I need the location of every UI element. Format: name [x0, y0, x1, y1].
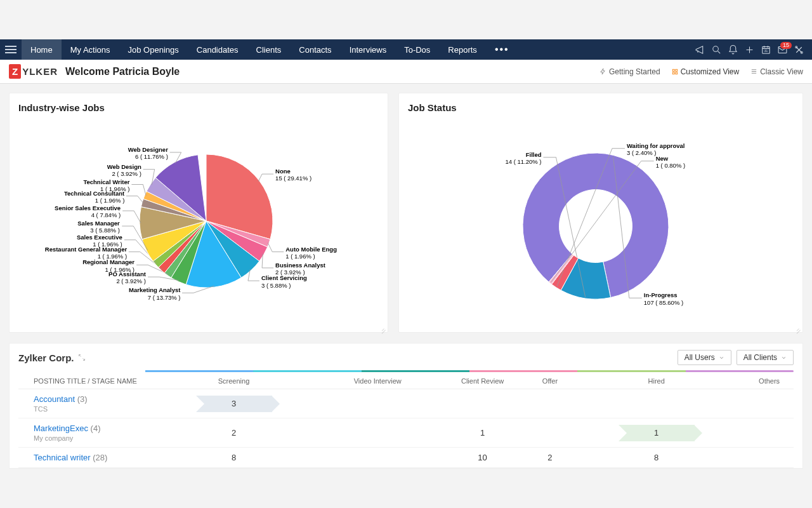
col-header-posting: POSTING TITLE / STAGE NAME: [18, 373, 145, 389]
stage-cell[interactable]: [322, 418, 433, 448]
table-row: Accountant (3)TCS3: [18, 389, 794, 418]
chart-label: None15 ( 29.41% ): [275, 168, 311, 182]
chart-label: Technical Writer1 ( 1.96% ): [83, 178, 129, 193]
svg-rect-6: [672, 69, 674, 71]
brand-mark: Z: [9, 64, 21, 79]
resize-handle[interactable]: [794, 324, 801, 330]
stage-cell[interactable]: [745, 448, 794, 468]
nav-item-reports[interactable]: Reports: [439, 39, 486, 60]
stage-cell[interactable]: [532, 418, 568, 448]
filter-users-label: All Users: [684, 353, 715, 362]
stage-cell[interactable]: 2: [145, 418, 322, 448]
filter-clients-dropdown[interactable]: All Clients: [737, 350, 794, 365]
chart-label: Web Designer6 ( 11.76% ): [128, 146, 168, 161]
col-header-stage[interactable]: Video Interview: [322, 373, 433, 389]
content: Industry-wise Jobs None15 ( 29.41% )Auto…: [0, 84, 812, 478]
job-link[interactable]: Technical writer: [34, 453, 91, 462]
status-donut-chart: In-Progress107 ( 85.60% )Filled14 ( 11.2…: [408, 119, 794, 329]
pipeline-card: Zylker Corp. All Users All Clients POSTI…: [9, 343, 803, 469]
col-header-stage[interactable]: Client Review: [433, 373, 532, 389]
chart-label: Sales Manager3 ( 5.88% ): [77, 220, 120, 234]
expand-icon[interactable]: [78, 354, 86, 361]
chart-label: Regional Manager1 ( 1.96% ): [82, 258, 134, 273]
stage-cell[interactable]: 1: [568, 418, 745, 448]
svg-point-0: [712, 46, 718, 51]
stage-cell[interactable]: 1: [433, 418, 532, 448]
getting-started-link[interactable]: Getting Started: [599, 67, 660, 76]
resize-handle[interactable]: [379, 324, 386, 330]
nav-item-my-actions[interactable]: My Actions: [62, 39, 119, 60]
job-company: My company: [34, 434, 145, 442]
nav-item-to-dos[interactable]: To-Dos: [395, 39, 439, 60]
nav-item-home[interactable]: Home: [22, 39, 62, 60]
stage-cell[interactable]: [745, 418, 794, 448]
stage-cell[interactable]: 8: [145, 448, 322, 468]
col-header-stage[interactable]: Others: [745, 373, 794, 389]
announce-icon[interactable]: [691, 44, 708, 55]
table-row: MarketingExec (4)My company211: [18, 418, 794, 448]
plus-icon[interactable]: [741, 44, 757, 55]
stage-cell[interactable]: [568, 389, 745, 418]
industry-jobs-card: Industry-wise Jobs None15 ( 29.41% )Auto…: [9, 93, 388, 333]
search-icon[interactable]: [708, 44, 724, 55]
industry-card-title: Industry-wise Jobs: [18, 102, 379, 113]
chart-label: Client Servicing3 ( 5.88% ): [261, 274, 307, 289]
stage-cell[interactable]: [322, 389, 433, 418]
chart-label: In-Progress107 ( 85.60% ): [644, 291, 683, 306]
nav-items: HomeMy ActionsJob OpeningsCandidatesClie…: [22, 39, 486, 60]
stage-cell[interactable]: [532, 389, 568, 418]
nav-item-clients[interactable]: Clients: [247, 39, 291, 60]
job-link[interactable]: Accountant: [34, 394, 75, 404]
pipeline-title: Zylker Corp.: [18, 352, 86, 363]
pipeline-title-text: Zylker Corp.: [18, 352, 74, 363]
welcome-text: Welcome Patricia Boyle: [65, 66, 180, 77]
table-row: Technical writer (28)81028: [18, 448, 794, 468]
status-card-title: Job Status: [408, 102, 794, 113]
nav-item-interviews[interactable]: Interviews: [341, 39, 396, 60]
stage-cell[interactable]: 8: [568, 448, 745, 468]
chart-label: New1 ( 0.80% ): [656, 155, 685, 170]
pipeline-table: POSTING TITLE / STAGE NAMEScreeningVideo…: [18, 373, 794, 468]
getting-started-label: Getting Started: [609, 67, 660, 76]
job-company: TCS: [34, 405, 145, 413]
stage-cell[interactable]: [745, 389, 794, 418]
stage-cell[interactable]: [322, 448, 433, 468]
calendar-icon[interactable]: 31: [757, 44, 774, 55]
mail-icon[interactable]: 15: [774, 44, 790, 55]
chart-label: Marketing Analyst7 ( 13.73% ): [129, 286, 180, 301]
svg-text:31: 31: [764, 50, 768, 53]
chart-label: Senior Sales Executive4 ( 7.84% ): [55, 204, 121, 219]
col-header-stage[interactable]: Offer: [532, 373, 568, 389]
filter-clients-label: All Clients: [743, 353, 777, 362]
nav-more[interactable]: •••: [486, 44, 518, 55]
chart-label: Auto Mobile Engg1 ( 1.96% ): [285, 246, 337, 260]
nav-item-contacts[interactable]: Contacts: [290, 39, 340, 60]
classic-view-label: Classic View: [760, 67, 803, 76]
nav-item-job-openings[interactable]: Job Openings: [119, 39, 188, 60]
chart-label: Web Design2 ( 3.92% ): [107, 163, 141, 178]
classic-view-link[interactable]: Classic View: [750, 67, 803, 76]
stage-cell[interactable]: 2: [532, 448, 568, 468]
chart-label: Sales Executive1 ( 1.96% ): [77, 234, 122, 248]
customized-view-label: Customized View: [681, 67, 739, 76]
subheader: Z YLKER Welcome Patricia Boyle Getting S…: [0, 60, 812, 84]
svg-rect-7: [676, 69, 678, 71]
menu-icon[interactable]: [5, 44, 16, 55]
stage-color-bar: [18, 370, 794, 372]
bell-icon[interactable]: [724, 44, 741, 55]
filter-users-dropdown[interactable]: All Users: [678, 350, 731, 365]
job-link[interactable]: MarketingExec: [34, 424, 88, 433]
industry-pie-chart: None15 ( 29.41% )Auto Mobile Engg1 ( 1.9…: [18, 119, 379, 329]
stage-cell[interactable]: 3: [145, 389, 322, 418]
col-header-stage[interactable]: Hired: [568, 373, 745, 389]
svg-rect-9: [676, 72, 678, 74]
chevron-down-icon: [781, 355, 787, 361]
stage-cell[interactable]: [433, 389, 532, 418]
nav-item-candidates[interactable]: Candidates: [188, 39, 247, 60]
topnav: HomeMy ActionsJob OpeningsCandidatesClie…: [0, 39, 812, 60]
chart-label: Filled14 ( 11.20% ): [506, 151, 542, 166]
stage-cell[interactable]: 10: [433, 448, 532, 468]
col-header-stage[interactable]: Screening: [145, 373, 322, 389]
customized-view-link[interactable]: Customized View: [672, 67, 739, 76]
tools-icon[interactable]: [790, 44, 807, 55]
